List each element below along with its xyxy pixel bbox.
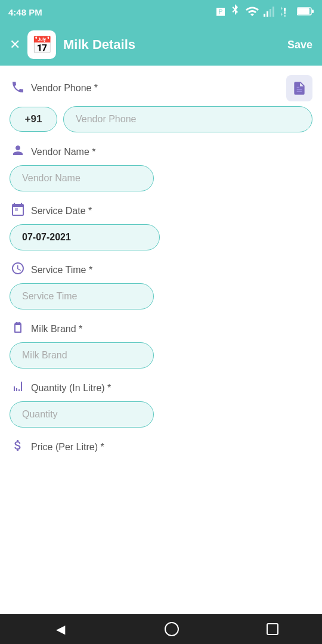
- milk-brand-group: Milk Brand *: [10, 320, 312, 369]
- vendor-name-label: Vendor Name *: [31, 147, 96, 157]
- service-time-label: Service Time *: [31, 265, 92, 275]
- vendor-name-label-row: Vendor Name *: [10, 143, 312, 160]
- price-label: Price (Per Litre) *: [31, 442, 104, 453]
- status-bar: 4:48 PM 🅿: [0, 0, 322, 24]
- status-time: 4:48 PM: [8, 7, 42, 17]
- svg-rect-3: [273, 7, 274, 17]
- milk-brand-label: Milk Brand *: [31, 324, 82, 335]
- status-icons: 🅿: [216, 4, 314, 20]
- signal-icon: [262, 4, 277, 20]
- network-arrows-icon: [280, 4, 294, 20]
- vendor-phone-input-row: +91: [10, 106, 312, 132]
- service-date-input[interactable]: [10, 224, 160, 250]
- service-date-label: Service Date *: [31, 206, 92, 216]
- parking-icon: 🅿: [216, 7, 225, 17]
- calendar-icon: [10, 202, 26, 219]
- vendor-phone-label-row: Vendor Phone *: [10, 75, 312, 101]
- price-group: Price (Per Litre) *: [10, 438, 312, 456]
- country-code[interactable]: +91: [10, 107, 57, 132]
- service-time-group: Service Time *: [10, 261, 312, 309]
- vendor-name-group: Vendor Name *: [10, 143, 312, 191]
- person-icon: [10, 143, 26, 160]
- svg-rect-0: [264, 14, 265, 17]
- svg-rect-6: [284, 8, 286, 11]
- milk-brand-input[interactable]: [10, 342, 154, 369]
- back-button[interactable]: ◀: [44, 617, 77, 641]
- vendor-phone-input[interactable]: [63, 106, 312, 132]
- page-title: Milk Details: [63, 37, 280, 52]
- quantity-label-row: Quantity (In Litre) *: [10, 379, 312, 397]
- app-icon-wrapper: 📅: [27, 30, 56, 59]
- svg-rect-9: [312, 10, 314, 13]
- docs-icon-box: [286, 75, 312, 101]
- home-button[interactable]: [165, 622, 179, 636]
- vendor-phone-group: Vendor Phone * +91: [10, 75, 312, 132]
- app-icon: 📅: [32, 35, 52, 55]
- svg-rect-1: [267, 11, 268, 17]
- clock-icon: [10, 261, 26, 278]
- quantity-input[interactable]: [10, 401, 154, 428]
- service-date-group: Service Date *: [10, 202, 312, 250]
- close-button[interactable]: ✕: [10, 37, 20, 52]
- svg-rect-8: [298, 8, 309, 14]
- bottle-icon: [10, 320, 26, 338]
- vendor-phone-label: Vendor Phone *: [31, 83, 98, 94]
- wifi-icon: [245, 4, 259, 20]
- service-time-input[interactable]: [10, 283, 154, 309]
- svg-rect-2: [270, 9, 271, 17]
- recent-button[interactable]: [267, 623, 278, 635]
- form-content: Vendor Phone * +91 Vendor Name *: [0, 66, 322, 614]
- app-header: ✕ 📅 Milk Details Save: [0, 24, 322, 66]
- vendor-name-input[interactable]: [10, 165, 154, 191]
- svg-rect-5: [284, 11, 286, 14]
- price-label-row: Price (Per Litre) *: [10, 438, 312, 456]
- svg-rect-4: [284, 15, 286, 17]
- save-button[interactable]: Save: [287, 39, 312, 51]
- service-date-label-row: Service Date *: [10, 202, 312, 219]
- phone-icon: [10, 80, 26, 97]
- bottom-nav: ◀: [0, 614, 322, 644]
- chart-icon: [10, 379, 26, 397]
- bluetooth-icon: [228, 4, 242, 20]
- quantity-group: Quantity (In Litre) *: [10, 379, 312, 428]
- service-time-label-row: Service Time *: [10, 261, 312, 278]
- quantity-label: Quantity (In Litre) *: [31, 383, 111, 394]
- milk-brand-label-row: Milk Brand *: [10, 320, 312, 338]
- battery-icon: [297, 7, 314, 18]
- price-icon: [10, 438, 26, 456]
